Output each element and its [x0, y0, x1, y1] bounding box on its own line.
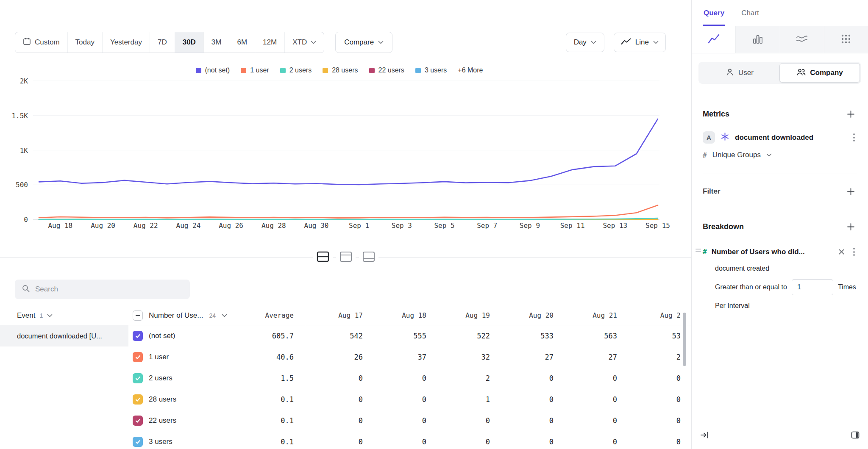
series-checkbox[interactable]: [133, 331, 143, 341]
value: 0: [486, 416, 490, 425]
average-cell: 40.6: [241, 346, 305, 368]
value: 0: [549, 374, 554, 382]
metric-item[interactable]: A document downloaded: [703, 131, 857, 144]
select-all-checkbox[interactable]: [133, 310, 143, 321]
condition-value-input[interactable]: [792, 279, 833, 295]
date-range-3m[interactable]: 3M: [203, 32, 229, 53]
toggle-sidebar-button[interactable]: [850, 430, 860, 441]
split-view-toggle[interactable]: [313, 248, 333, 266]
date-range-yesterday[interactable]: Yesterday: [102, 32, 150, 53]
legend-color-dot: [323, 68, 328, 73]
value-cell: 0: [305, 395, 369, 404]
value-cell: 0: [496, 416, 559, 425]
legend-item[interactable]: 22 users: [369, 67, 404, 74]
breakdown-menu-button[interactable]: [851, 246, 857, 258]
y-axis-tick: 2K: [20, 77, 28, 85]
chart-type-tabs: [692, 26, 868, 53]
panel-tabs: Query Chart: [692, 0, 868, 26]
metric-letter-badge: A: [703, 131, 715, 144]
series-checkbox[interactable]: [133, 352, 143, 362]
chevron-down-icon: [653, 41, 659, 44]
date-range-label: Yesterday: [110, 38, 142, 47]
date-range-30d[interactable]: 30D: [175, 32, 203, 53]
add-metric-button[interactable]: [844, 108, 857, 120]
legend-item[interactable]: 1 user: [241, 67, 269, 74]
user-icon: [726, 68, 734, 78]
date-range-today[interactable]: Today: [67, 32, 102, 53]
average-value: 0.1: [281, 395, 294, 404]
value-cell: 0: [623, 374, 687, 382]
series-column-header[interactable]: Number of Use...24: [128, 310, 241, 321]
date-column-header: Aug 20: [496, 311, 559, 319]
value-cell: 0: [305, 438, 369, 446]
value-cell: 0: [559, 416, 623, 425]
value-cell: 0: [559, 374, 623, 382]
value-cell: 32: [432, 353, 496, 361]
add-breakdown-button[interactable]: [844, 220, 857, 233]
chart-type-bar[interactable]: [735, 26, 779, 53]
search-box: [15, 280, 190, 299]
drag-handle-icon[interactable]: [696, 249, 701, 252]
legend-color-dot: [415, 68, 421, 73]
event-cell[interactable]: document downloaded [U...: [0, 325, 128, 346]
add-filter-button[interactable]: [844, 185, 857, 198]
series-checkbox[interactable]: [133, 437, 143, 447]
legend-item[interactable]: 3 users: [415, 67, 447, 74]
value: 2: [676, 353, 681, 361]
interval-dropdown[interactable]: Day: [566, 33, 604, 52]
query-sections: Metrics A document downloaded # Unique G…: [692, 84, 868, 310]
legend-item[interactable]: (not set): [196, 67, 230, 74]
aggregation-dropdown[interactable]: # Unique Groups: [703, 151, 857, 159]
collapse-panel-button[interactable]: [699, 430, 710, 441]
date-range-7d[interactable]: 7D: [150, 32, 175, 53]
value: 27: [609, 353, 617, 361]
line-chart-icon: [621, 38, 631, 47]
event-cell-empty: [0, 389, 128, 410]
tab-chart[interactable]: Chart: [740, 0, 760, 26]
chart-only-icon: [339, 251, 352, 263]
event-column-header[interactable]: Event1: [0, 306, 128, 325]
series-checkbox[interactable]: [133, 394, 143, 405]
value-cell: 37: [369, 353, 432, 361]
value-cell: 0: [496, 374, 559, 382]
value: 0: [359, 395, 363, 404]
series-checkbox[interactable]: [133, 373, 143, 383]
chart-style-dropdown[interactable]: Line: [614, 33, 666, 52]
metric-name: document downloaded: [735, 133, 813, 142]
column-header-label: Aug 2: [660, 311, 681, 319]
scope-company[interactable]: Company: [779, 63, 860, 83]
series-label: 2 users: [149, 374, 172, 382]
legend-color-dot: [280, 68, 286, 73]
breakdown-card-title: Number of Users who did...: [712, 248, 805, 256]
legend-more[interactable]: +6 More: [458, 67, 483, 74]
table-header: Event1Number of Use...24AverageAug 17Aug…: [0, 306, 691, 325]
column-header-label: Aug 21: [593, 311, 617, 319]
legend-item[interactable]: 28 users: [323, 67, 358, 74]
date-range-xtd[interactable]: XTD: [284, 32, 324, 53]
legend-item[interactable]: 2 users: [280, 67, 312, 74]
scope-user[interactable]: User: [700, 63, 779, 83]
table-only-toggle[interactable]: [359, 248, 378, 266]
chart-only-toggle[interactable]: [336, 248, 356, 266]
search-input[interactable]: [35, 285, 183, 294]
table-row: document downloaded [U...(not set)605.75…: [0, 325, 691, 346]
value-cell: 2: [623, 353, 687, 361]
average-cell: 0.1: [241, 410, 305, 431]
chart-type-more[interactable]: [824, 26, 868, 53]
date-range-6m[interactable]: 6M: [229, 32, 255, 53]
date-range-12m[interactable]: 12M: [255, 32, 284, 53]
table-scrollbar[interactable]: [683, 313, 686, 366]
date-range-custom[interactable]: Custom: [15, 32, 67, 53]
remove-breakdown-button[interactable]: [837, 248, 846, 256]
compare-button[interactable]: Compare: [335, 32, 392, 53]
legend-label: 3 users: [425, 67, 447, 74]
metric-menu-button[interactable]: [851, 131, 857, 144]
value: 0: [422, 395, 426, 404]
breakdown-event-name: document created: [715, 265, 857, 272]
chart-type-stream[interactable]: [780, 26, 824, 53]
tab-query[interactable]: Query: [703, 0, 725, 26]
event-header-label: Event: [17, 311, 35, 320]
series-checkbox[interactable]: [133, 416, 143, 426]
legend-label: 1 user: [250, 67, 269, 74]
chart-type-line[interactable]: [692, 26, 735, 53]
